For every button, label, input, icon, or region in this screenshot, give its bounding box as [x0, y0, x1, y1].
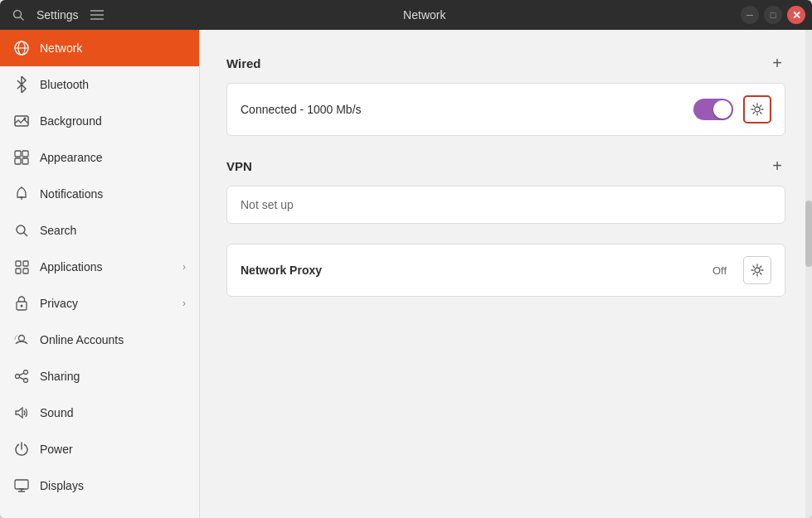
sidebar-item-sharing[interactable]: Sharing	[0, 358, 199, 395]
sidebar-appearance-label: Appearance	[40, 151, 186, 164]
scrollbar-track	[805, 30, 812, 518]
sidebar-item-search[interactable]: Search	[0, 212, 199, 249]
maximize-button[interactable]: □	[764, 6, 782, 24]
wired-toggle[interactable]	[693, 99, 733, 120]
notifications-icon	[13, 186, 30, 202]
sidebar-item-displays[interactable]: Displays	[0, 467, 199, 504]
vpn-section-title: VPN	[226, 159, 252, 173]
titlebar-menu-button[interactable]	[85, 3, 109, 27]
sidebar-online-accounts-label: Online Accounts	[40, 333, 186, 346]
proxy-settings-button[interactable]	[743, 256, 771, 284]
bluetooth-icon	[13, 76, 30, 93]
svg-rect-20	[23, 261, 28, 266]
vpn-not-set-up-text: Not set up	[227, 186, 785, 223]
vpn-section-header: VPN +	[226, 156, 785, 176]
sidebar-applications-label: Applications	[40, 260, 173, 274]
titlebar-controls: ─ □ ✕	[741, 6, 805, 24]
sidebar-item-online-accounts[interactable]: Online Accounts	[0, 322, 199, 358]
vpn-section: VPN + Not set up	[226, 156, 785, 224]
sidebar-item-network[interactable]: Network	[0, 30, 199, 66]
proxy-label: Network Proxy	[241, 264, 703, 277]
svg-rect-19	[16, 261, 21, 266]
vpn-add-button[interactable]: +	[769, 156, 785, 176]
search-icon	[13, 222, 30, 239]
sound-icon	[13, 404, 30, 421]
sidebar-power-label: Power	[40, 443, 186, 456]
sidebar-network-label: Network	[40, 41, 186, 55]
svg-point-37	[755, 268, 760, 273]
wired-card: Connected - 1000 Mb/s	[226, 83, 785, 136]
titlebar-window-title: Network	[403, 8, 445, 22]
svg-rect-12	[15, 158, 21, 164]
privacy-chevron-icon: ›	[182, 298, 186, 309]
sidebar-bluetooth-label: Bluetooth	[40, 78, 186, 91]
proxy-card: Network Proxy Off	[226, 244, 785, 297]
svg-rect-21	[16, 269, 21, 274]
sidebar: Network Bluetooth	[0, 30, 200, 518]
scrollbar-thumb[interactable]	[805, 201, 812, 267]
svg-line-29	[19, 373, 24, 375]
titlebar-left: Settings	[7, 3, 109, 27]
sidebar-background-label: Background	[40, 114, 186, 128]
minimize-button[interactable]: ─	[741, 6, 759, 24]
sidebar-sharing-label: Sharing	[40, 370, 186, 383]
network-icon	[13, 40, 30, 56]
svg-line-18	[24, 233, 27, 236]
privacy-icon	[13, 295, 30, 312]
sidebar-displays-label: Displays	[40, 479, 186, 492]
settings-window: Settings Network ─ □ ✕	[0, 0, 812, 518]
wired-section: Wired + Connected - 1000 Mb/s	[226, 53, 785, 136]
wired-settings-button[interactable]	[743, 95, 771, 123]
svg-rect-11	[22, 151, 28, 157]
applications-chevron-icon: ›	[182, 261, 186, 273]
right-panel: Wired + Connected - 1000 Mb/s	[200, 30, 812, 518]
svg-point-24	[21, 305, 23, 307]
close-icon: ✕	[792, 9, 801, 22]
toggle-knob	[713, 100, 732, 119]
titlebar-search-button[interactable]	[7, 3, 30, 27]
svg-point-28	[16, 375, 20, 379]
svg-rect-32	[15, 480, 28, 489]
sidebar-notifications-label: Notifications	[40, 187, 186, 201]
wired-status-label: Connected - 1000 Mb/s	[241, 103, 683, 116]
sidebar-sound-label: Sound	[40, 406, 186, 419]
svg-point-26	[24, 370, 28, 375]
sharing-icon	[13, 368, 30, 385]
titlebar-app-title: Settings	[36, 8, 79, 22]
sidebar-item-notifications[interactable]: Notifications	[0, 176, 199, 212]
sidebar-item-bluetooth[interactable]: Bluetooth	[0, 66, 199, 103]
maximize-icon: □	[771, 10, 776, 20]
sidebar-privacy-label: Privacy	[40, 297, 173, 310]
wired-add-button[interactable]: +	[769, 53, 785, 73]
titlebar-center: Network	[109, 8, 741, 22]
close-button[interactable]: ✕	[787, 6, 805, 24]
sidebar-item-power[interactable]: Power	[0, 431, 199, 467]
vpn-card: Not set up	[226, 186, 785, 224]
sidebar-item-applications[interactable]: Applications ›	[0, 249, 199, 285]
titlebar: Settings Network ─ □ ✕	[0, 0, 812, 30]
svg-line-1	[21, 17, 24, 21]
power-icon	[13, 441, 30, 457]
proxy-card-row: Network Proxy Off	[227, 244, 785, 296]
svg-point-27	[24, 379, 28, 383]
online-accounts-icon	[13, 332, 30, 348]
sidebar-item-privacy[interactable]: Privacy ›	[0, 285, 199, 322]
minimize-icon: ─	[746, 10, 753, 20]
sidebar-item-appearance[interactable]: Appearance	[0, 139, 199, 176]
wired-section-title: Wired	[226, 56, 261, 70]
sidebar-item-sound[interactable]: Sound	[0, 395, 199, 431]
appearance-icon	[13, 149, 30, 166]
svg-line-30	[19, 377, 24, 380]
proxy-status: Off	[712, 264, 727, 277]
proxy-section: Network Proxy Off	[226, 244, 785, 297]
background-icon	[13, 113, 30, 129]
svg-rect-10	[15, 151, 21, 157]
svg-point-16	[21, 187, 22, 189]
svg-point-9	[24, 118, 27, 120]
svg-rect-22	[23, 269, 28, 274]
wired-card-row: Connected - 1000 Mb/s	[227, 84, 785, 135]
wired-section-header: Wired +	[226, 53, 785, 73]
sidebar-item-background[interactable]: Background	[0, 103, 199, 139]
main-content: Network Bluetooth	[0, 30, 812, 518]
svg-point-25	[19, 336, 25, 341]
